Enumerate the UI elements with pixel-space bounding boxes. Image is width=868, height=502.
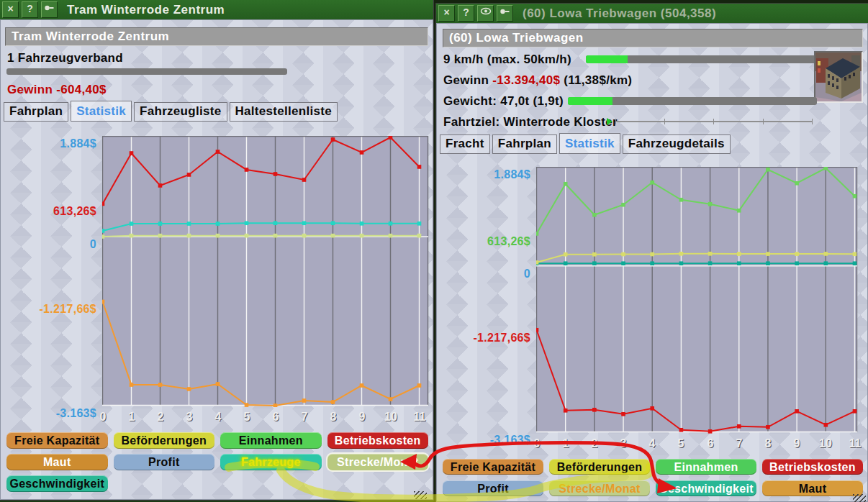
- convoy-tabs: Fracht Fahrplan Statistik Fahrzeugdetail…: [440, 133, 733, 154]
- tab-fahrzeugliste[interactable]: Fahrzeugliste: [134, 102, 227, 122]
- x-axis-label: 2: [582, 437, 607, 450]
- follow-eye-icon[interactable]: [477, 5, 494, 22]
- tab-haltestellenliste[interactable]: Haltestellenliste: [230, 102, 338, 122]
- chart-button-freie-kapazitaet[interactable]: Freie Kapazität: [6, 432, 108, 449]
- chart-button-fahrzeuge[interactable]: Fahrzeuge: [220, 454, 322, 470]
- chart-button-einnahmen[interactable]: Einnahmen: [220, 432, 322, 449]
- help-icon[interactable]: ?: [22, 1, 38, 18]
- convoy-window: × ? (60) Lowa Triebwagen (504,358) 9 km/…: [436, 4, 868, 502]
- track-tick: [812, 119, 813, 124]
- weight-label: Gewicht: 47,0t (1,9t): [443, 94, 564, 109]
- y-axis-label: -3.163$: [437, 434, 530, 447]
- line-window-body: 1 Fahrzeugverband Gewinn -604,40$ Fahrpl…: [0, 19, 433, 500]
- y-axis-label: 613,26$: [1, 205, 96, 218]
- x-axis-label: 5: [668, 437, 694, 450]
- x-axis-label: 7: [726, 437, 752, 450]
- track-tick: [664, 119, 665, 124]
- x-axis-label: 3: [610, 437, 636, 450]
- x-axis-label: 1: [553, 437, 579, 450]
- x-axis-label: 8: [320, 411, 346, 424]
- chart-button-betriebskosten[interactable]: Betriebskosten: [327, 432, 429, 449]
- speed-label: 9 km/h (max. 50km/h): [443, 53, 571, 67]
- line-name-input[interactable]: [5, 27, 428, 46]
- chart-button-geschwindigkeit[interactable]: Geschwindigkeit: [656, 480, 756, 496]
- x-axis-label: 9: [349, 411, 375, 424]
- y-axis-label: -3.163$: [1, 407, 96, 420]
- x-axis-label: 6: [263, 411, 289, 424]
- chart-button-geschwindigkeit[interactable]: Geschwindigkeit: [6, 475, 108, 492]
- resize-handle[interactable]: [853, 494, 866, 502]
- line-capacity-bar: [6, 68, 287, 75]
- track-tick: [763, 119, 764, 124]
- x-axis-label: 0: [524, 437, 550, 450]
- y-axis-label: -1.217,66$: [437, 332, 530, 344]
- chart-button-betriebskosten[interactable]: Betriebskosten: [762, 459, 863, 475]
- x-axis-label: 4: [205, 411, 231, 424]
- destination-label: Fahrtziel: Winterrode Kloster: [443, 115, 618, 129]
- chart-button-einnahmen[interactable]: Einnahmen: [656, 459, 756, 475]
- line-window: × ? Tram Winterrode Zentrum 1 Fahrzeugve…: [0, 0, 433, 500]
- x-axis-label: 11: [842, 437, 868, 450]
- y-axis-label: 1.884$: [437, 168, 530, 181]
- convoy-profit-row: Gewinn -13.394,40$ (11,38$/km): [443, 73, 632, 88]
- convoy-name-input[interactable]: [443, 29, 863, 47]
- chart-button-profit[interactable]: Profit: [443, 480, 543, 496]
- x-axis-label: 9: [784, 437, 810, 450]
- pin-icon[interactable]: [41, 1, 58, 18]
- chart-button-maut[interactable]: Maut: [6, 454, 108, 470]
- tab-fahrplan[interactable]: Fahrplan: [492, 134, 557, 154]
- profit-label: Gewinn: [443, 73, 489, 87]
- profit-value: -13.394,40$: [492, 73, 560, 87]
- route-position-marker: [607, 118, 612, 125]
- x-axis-label: 7: [291, 411, 317, 424]
- vehicle-location-preview[interactable]: [814, 51, 863, 103]
- resize-handle[interactable]: [414, 491, 427, 499]
- x-axis-label: 3: [176, 411, 202, 424]
- x-axis-label: 4: [639, 437, 665, 450]
- track-tick: [713, 119, 714, 124]
- convoy-statistics-chart: 1.884$613,26$0-1.217,66$-3.163$012345678…: [437, 167, 868, 462]
- weight-bar: [568, 97, 817, 105]
- profit-value: -604,40$: [56, 83, 107, 96]
- close-icon[interactable]: ×: [438, 5, 455, 22]
- chart-button-strecke-monat[interactable]: Strecke/Monat: [549, 480, 650, 496]
- close-icon[interactable]: ×: [2, 1, 19, 18]
- chart-button-befoerderungen[interactable]: Beförderungen: [114, 432, 215, 449]
- x-axis-label: 5: [234, 411, 260, 424]
- y-axis-label: 613,26$: [437, 235, 530, 248]
- track-tick: [615, 119, 616, 124]
- route-progress-track: [615, 121, 813, 122]
- line-profit-row: Gewinn -604,40$: [7, 83, 107, 97]
- chart-button-profit[interactable]: Profit: [114, 454, 215, 470]
- convoy-window-body: 9 km/h (max. 50km/h) Gewinn: [436, 23, 868, 502]
- line-window-titlebar[interactable]: × ? Tram Winterrode Zentrum: [0, 0, 433, 19]
- x-axis-label: 8: [755, 437, 781, 450]
- y-axis-label: 0: [437, 268, 530, 280]
- speed-bar-fill: [586, 55, 628, 63]
- x-axis-label: 10: [813, 437, 838, 450]
- chart-button-maut[interactable]: Maut: [762, 480, 863, 496]
- pin-icon[interactable]: [497, 5, 513, 22]
- tab-fracht[interactable]: Fracht: [440, 134, 490, 154]
- tab-statistik[interactable]: Statistik: [71, 101, 132, 122]
- y-axis-label: 0: [1, 238, 96, 251]
- chart-button-befoerderungen[interactable]: Beförderungen: [549, 459, 650, 475]
- chart-plot: [102, 136, 430, 407]
- y-axis-label: -1.217,66$: [1, 303, 96, 316]
- tab-fahrzeugdetails[interactable]: Fahrzeugdetails: [623, 134, 731, 154]
- profit-label: Gewinn: [7, 83, 53, 96]
- help-icon[interactable]: ?: [458, 5, 474, 22]
- chart-plot: [536, 167, 859, 434]
- convoy-count-label: 1 Fahrzeugverband: [7, 51, 123, 65]
- line-tabs: Fahrplan Statistik Fahrzeugliste Haltest…: [4, 101, 340, 122]
- window-title: Tram Winterrode Zentrum: [67, 3, 225, 17]
- tab-fahrplan[interactable]: Fahrplan: [4, 102, 68, 122]
- tab-statistik[interactable]: Statistik: [559, 133, 620, 154]
- x-axis-label: 2: [148, 411, 173, 424]
- convoy-chart-buttons: Freie Kapazität Beförderungen Einnahmen …: [443, 459, 863, 496]
- line-statistics-chart: 1.884$613,26$0-1.217,66$-3.163$012345678…: [1, 134, 434, 430]
- chart-button-strecke-monat[interactable]: Strecke/Monat: [327, 454, 429, 470]
- convoy-window-titlebar[interactable]: × ? (60) Lowa Triebwagen (504,358): [436, 4, 868, 23]
- chart-button-freie-kapazitaet[interactable]: Freie Kapazität: [443, 459, 543, 475]
- speed-bar: [586, 55, 817, 63]
